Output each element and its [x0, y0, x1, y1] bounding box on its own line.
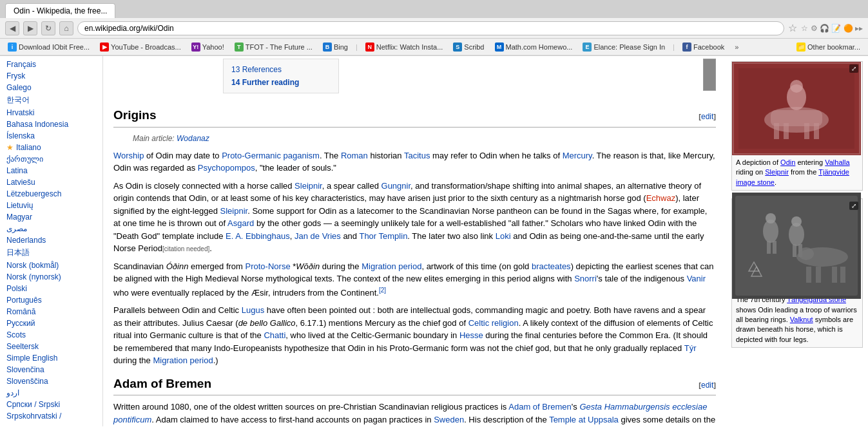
- sidebar-item-slovencina[interactable]: Slovenčina: [0, 364, 102, 375]
- sidebar-link-italiano[interactable]: Italiano: [16, 143, 41, 152]
- adam-edit-link[interactable]: edit: [701, 381, 713, 390]
- adam-bremen-link[interactable]: Adam of Bremen: [508, 402, 572, 412]
- sidebar-link-simple-english[interactable]: Simple English: [6, 354, 57, 363]
- sidebar-item-lietuviu[interactable]: Lietuvių: [0, 200, 102, 211]
- sidebar-item-francais[interactable]: Français: [0, 59, 102, 70]
- sidebar-item-letzebuergesch[interactable]: Lëtzebuergesch: [0, 188, 102, 200]
- tacitus-link[interactable]: Tacitus: [404, 151, 430, 160]
- sidebar-link-romana[interactable]: Română: [6, 307, 35, 316]
- migration-period-link-1[interactable]: Migration period: [362, 261, 421, 271]
- sidebar-link-hrvatski[interactable]: Hrvatski: [6, 108, 34, 117]
- sidebar-link-magyar[interactable]: Magyar: [6, 213, 32, 222]
- sidebar-link-slovenscina[interactable]: Slovenščina: [6, 377, 48, 386]
- valknut-link[interactable]: Valknut: [790, 316, 813, 323]
- sidebar-link-francais[interactable]: Français: [6, 60, 36, 69]
- active-tab[interactable]: Odin - Wikipedia, the free...: [5, 3, 115, 18]
- valhalla-link[interactable]: Valhalla: [825, 158, 849, 166]
- ebbinghaus-link[interactable]: E. A. Ebbinghaus: [226, 231, 290, 241]
- back-button[interactable]: ◀: [5, 21, 19, 35]
- psychopompos-link[interactable]: Psychopompos: [198, 163, 255, 173]
- sidebar-link-korean[interactable]: 한국어: [6, 95, 30, 104]
- sidebar-item-frysk[interactable]: Frysk: [0, 70, 102, 82]
- sidebar-item-seeltersk[interactable]: Seeltersk: [0, 341, 102, 352]
- sleipnir-link-1[interactable]: Sleipnir: [294, 181, 322, 191]
- sidebar-item-simple-english[interactable]: Simple English: [0, 352, 102, 364]
- image-2-expand-icon[interactable]: ⤢: [849, 202, 858, 210]
- snorri-link[interactable]: Snorri: [574, 274, 597, 283]
- sidebar-item-russian[interactable]: Русский: [0, 318, 102, 329]
- sidebar-link-russian[interactable]: Русский: [6, 319, 35, 328]
- proto-norse-link[interactable]: Proto-Norse: [246, 261, 291, 271]
- sidebar-link-scots[interactable]: Scots: [6, 330, 26, 339]
- sidebar-link-nederlands[interactable]: Nederlands: [6, 236, 46, 245]
- gesta-link[interactable]: Gesta Hammaburgensis ecclesiae pontificu…: [113, 402, 707, 424]
- reload-button[interactable]: ↻: [41, 21, 55, 35]
- sidebar-item-italiano[interactable]: ★ Italiano: [0, 142, 102, 153]
- forward-button[interactable]: ▶: [23, 21, 37, 35]
- home-button[interactable]: ⌂: [59, 21, 73, 35]
- sidebar-item-portugues[interactable]: Português: [0, 294, 102, 306]
- sidebar-link-norsk-bokmal[interactable]: Norsk (bokmål): [6, 261, 59, 270]
- sidebar-item-hrvatski[interactable]: Hrvatski: [0, 107, 102, 119]
- sidebar-item-nederlands[interactable]: Nederlands: [0, 234, 102, 246]
- sidebar-item-japanese[interactable]: 日本語: [0, 246, 102, 260]
- sidebar-link-srpski[interactable]: Српски / Srpski: [6, 400, 60, 409]
- sidebar-link-galego[interactable]: Galego: [6, 83, 32, 92]
- sidebar-link-latviesu[interactable]: Latviešu: [6, 178, 35, 187]
- sidebar-item-norsk-bokmal[interactable]: Norsk (bokmål): [0, 260, 102, 271]
- bm-math[interactable]: M Math.com Homewo...: [492, 42, 575, 52]
- sidebar-item-scots[interactable]: Scots: [0, 329, 102, 341]
- sweden-link[interactable]: Sweden: [434, 415, 464, 424]
- sidebar-item-polski[interactable]: Polski: [0, 283, 102, 294]
- bm-elance[interactable]: E Elance: Please Sign In: [580, 42, 668, 52]
- bookmark-star-icon[interactable]: ☆: [788, 22, 797, 34]
- bm-youtube[interactable]: ▶ YouTube - Broadcas...: [97, 42, 184, 52]
- image-1-expand-icon[interactable]: ⤢: [849, 64, 858, 73]
- bracteates-link[interactable]: bracteates: [532, 261, 571, 271]
- sidebar-item-urdu[interactable]: اردو: [0, 387, 102, 399]
- sidebar-link-latina[interactable]: Latina: [6, 166, 28, 175]
- sidebar-item-bahasa[interactable]: Bahasa Indonesia: [0, 119, 102, 130]
- templin-link[interactable]: Thor Templin: [359, 231, 407, 241]
- sidebar-link-bahasa[interactable]: Bahasa Indonesia: [6, 120, 68, 129]
- sidebar-item-georgian[interactable]: ქართული: [0, 153, 102, 165]
- sleipnir-link-2[interactable]: Sleipnir: [220, 206, 248, 216]
- sidebar-link-slovencina[interactable]: Slovenčina: [6, 365, 44, 374]
- sidebar-link-georgian[interactable]: ქართული: [6, 155, 43, 164]
- sleipnir-link-cap[interactable]: Sleipnir: [765, 168, 789, 176]
- sidebar-item-latviesu[interactable]: Latviešu: [0, 176, 102, 188]
- bm-yahoo[interactable]: Y! Yahoo!: [189, 42, 227, 52]
- sidebar-item-magyar[interactable]: Magyar: [0, 211, 102, 223]
- mercury-link[interactable]: Mercury: [563, 151, 592, 160]
- lugus-link[interactable]: Lugus: [242, 305, 264, 315]
- wodanaz-link[interactable]: Wodanaz: [177, 134, 209, 143]
- bm-iobit[interactable]: i Download IObit Free...: [5, 42, 92, 52]
- sidebar-item-korean[interactable]: 한국어: [0, 93, 102, 107]
- sidebar-item-islenska[interactable]: Íslenska: [0, 130, 102, 142]
- tjangvide-link[interactable]: Tjängvide image stone: [736, 168, 849, 185]
- asgard-link[interactable]: Asgard: [227, 218, 254, 228]
- bm-facebook[interactable]: f Facebook: [680, 42, 727, 52]
- toc-link-14[interactable]: 14 Further reading: [231, 78, 299, 87]
- worship-link[interactable]: Worship: [113, 151, 144, 160]
- celtic-religion-link[interactable]: Celtic religion: [468, 318, 519, 328]
- sidebar-link-norsk-nynorsk[interactable]: Norsk (nynorsk): [6, 272, 61, 281]
- devries-link[interactable]: Jan de Vries: [294, 231, 341, 241]
- toc-item-14[interactable]: 14 Further reading: [231, 76, 331, 89]
- sidebar-link-polski[interactable]: Polski: [6, 284, 27, 293]
- sidebar-item-norsk-nynorsk[interactable]: Norsk (nynorsk): [0, 271, 102, 283]
- bm-bing[interactable]: B Bing: [320, 42, 351, 52]
- sidebar-item-srpskohrvatski[interactable]: Srpskohrvatski /: [0, 410, 102, 422]
- hesse-link[interactable]: Hesse: [459, 330, 483, 340]
- vanir-link[interactable]: Vanir: [687, 274, 706, 283]
- sidebar-item-slovenscina[interactable]: Slovenščina: [0, 375, 102, 387]
- sidebar-link-masry[interactable]: مصرى: [6, 224, 27, 233]
- bm-scribd[interactable]: S Scribd: [450, 42, 487, 52]
- migration-period-link-2[interactable]: Migration period: [153, 356, 213, 365]
- loki-link[interactable]: Loki: [496, 231, 511, 241]
- echwaz-link[interactable]: Echwaz: [646, 193, 676, 203]
- sidebar-link-lietuviu[interactable]: Lietuvių: [6, 201, 33, 210]
- origins-edit-link[interactable]: edit: [701, 112, 713, 121]
- bm-tfot[interactable]: T TFOT - The Future ...: [232, 42, 315, 52]
- temple-link[interactable]: Temple at Uppsala: [549, 415, 619, 424]
